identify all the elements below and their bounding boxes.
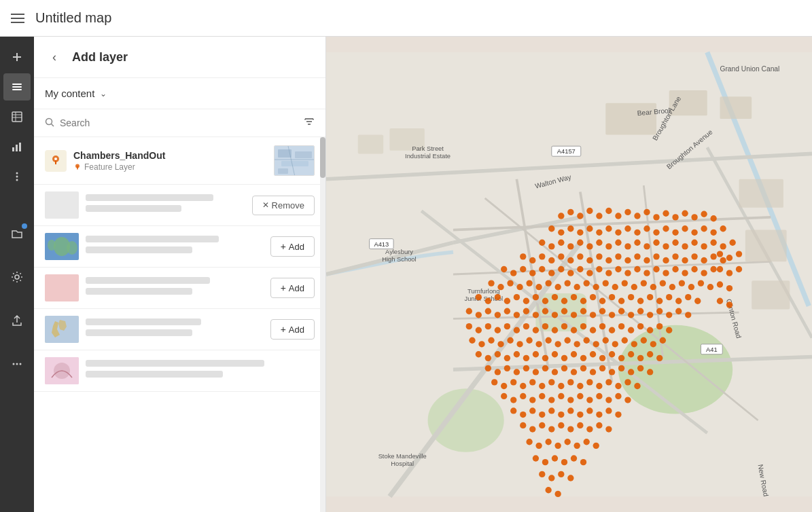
svg-point-131 (577, 240, 583, 246)
svg-rect-3 (12, 86, 22, 88)
svg-point-113 (596, 230, 602, 236)
svg-point-180 (596, 266, 602, 272)
svg-point-143 (691, 240, 697, 246)
filter-icon[interactable] (304, 116, 315, 130)
svg-point-108 (548, 225, 554, 232)
svg-point-295 (545, 337, 551, 344)
svg-point-280 (609, 327, 615, 333)
layer-name: Chambers_HandOut (73, 150, 267, 161)
svg-point-106 (701, 211, 707, 217)
table-icon-button[interactable] (3, 103, 31, 130)
add-button[interactable]: + Add (270, 278, 315, 298)
svg-point-269 (504, 323, 510, 329)
svg-point-153 (567, 257, 573, 263)
svg-point-266 (476, 327, 482, 333)
svg-point-165 (682, 257, 688, 263)
svg-point-119 (653, 230, 659, 236)
svg-point-220 (504, 298, 510, 304)
add-icon-button[interactable] (3, 43, 31, 71)
settings-icon-button[interactable] (3, 263, 31, 291)
svg-point-12 (16, 172, 18, 175)
svg-point-146 (720, 243, 726, 249)
svg-point-309 (485, 355, 491, 361)
svg-point-123 (691, 230, 697, 236)
svg-point-39 (48, 240, 56, 251)
svg-point-376 (510, 407, 516, 414)
svg-rect-34 (278, 168, 288, 174)
svg-point-272 (533, 327, 539, 333)
svg-point-345 (647, 369, 653, 375)
svg-point-298 (574, 341, 580, 347)
svg-point-177 (567, 270, 573, 276)
list-item: + Add (34, 226, 325, 268)
svg-point-322 (609, 351, 615, 357)
svg-point-424 (717, 281, 723, 287)
svg-point-364 (520, 393, 526, 399)
svg-text:Hospital: Hospital (391, 460, 414, 467)
remove-button[interactable]: ✕ Remove (252, 196, 315, 215)
svg-point-212 (669, 284, 675, 290)
svg-point-265 (466, 323, 472, 329)
svg-point-281 (618, 323, 624, 329)
folder-icon-button[interactable] (3, 220, 31, 247)
content-filter-dropdown[interactable]: My content ⌄ (45, 88, 107, 99)
svg-point-240 (694, 298, 701, 304)
scroll-track[interactable] (320, 137, 325, 512)
panel-header: ‹ Add layer (34, 37, 325, 78)
layers-icon-button[interactable] (3, 73, 31, 100)
scroll-thumb[interactable] (320, 137, 325, 178)
svg-point-170 (501, 266, 507, 272)
svg-point-293 (526, 337, 532, 344)
svg-point-162 (653, 253, 659, 259)
svg-text:High School: High School (382, 256, 416, 263)
svg-point-163 (663, 257, 669, 263)
svg-point-288 (478, 341, 484, 347)
svg-point-385 (596, 412, 602, 418)
svg-point-173 (529, 270, 535, 276)
svg-point-95 (596, 213, 602, 219)
svg-point-279 (599, 323, 605, 329)
svg-point-200 (554, 284, 561, 290)
svg-point-261 (656, 308, 663, 314)
svg-point-192 (710, 266, 716, 272)
svg-point-117 (634, 230, 640, 236)
add-button[interactable]: + Add (270, 236, 315, 257)
svg-rect-11 (19, 143, 21, 151)
bottom-more-button[interactable] (3, 350, 31, 378)
svg-point-425 (726, 285, 732, 291)
svg-point-134 (605, 243, 612, 249)
svg-point-157 (605, 257, 612, 263)
svg-point-409 (561, 459, 567, 465)
list-item: + Add (34, 309, 325, 350)
search-input[interactable] (60, 117, 298, 128)
hamburger-menu-button[interactable] (11, 14, 24, 23)
svg-point-152 (558, 253, 564, 259)
svg-point-239 (685, 294, 691, 300)
svg-rect-2 (12, 89, 22, 90)
charts-icon-button[interactable] (3, 133, 31, 160)
svg-point-135 (615, 240, 621, 246)
svg-point-102 (663, 211, 669, 217)
svg-point-307 (660, 337, 666, 344)
layer-text (86, 194, 245, 216)
svg-point-370 (577, 393, 583, 399)
svg-point-411 (580, 459, 586, 465)
svg-point-229 (590, 294, 596, 300)
add-button[interactable]: + Add (270, 319, 315, 340)
svg-point-210 (650, 284, 656, 290)
svg-point-258 (628, 312, 634, 318)
svg-point-142 (682, 243, 688, 249)
svg-point-350 (529, 379, 535, 385)
svg-point-144 (701, 243, 707, 249)
map-area[interactable]: A4157 A413 A41 Bear Brook Broughton Aven… (326, 37, 812, 512)
share-icon-button[interactable] (3, 307, 31, 334)
svg-point-416 (545, 487, 551, 493)
svg-point-248 (533, 312, 539, 318)
svg-point-136 (624, 243, 631, 249)
svg-text:Turnfurlong: Turnfurlong (467, 288, 499, 295)
svg-point-277 (580, 323, 586, 329)
back-button[interactable]: ‹ (45, 48, 64, 67)
svg-point-160 (634, 253, 640, 259)
svg-point-391 (548, 426, 554, 432)
more-dots-button[interactable] (3, 163, 31, 190)
